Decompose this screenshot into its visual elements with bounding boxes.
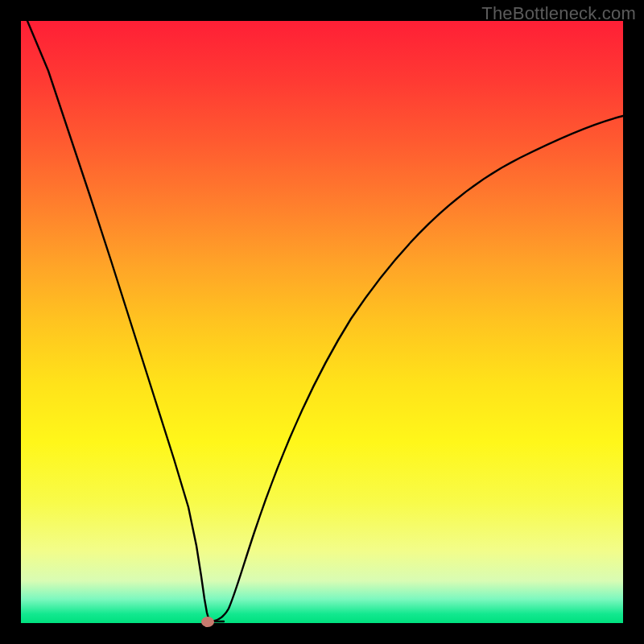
curve-left-branch <box>27 21 224 621</box>
watermark-text: TheBottleneck.com <box>481 3 636 24</box>
curve-right-branch <box>209 116 623 621</box>
optimal-point-marker <box>201 617 214 627</box>
bottleneck-curve <box>21 21 623 623</box>
chart-frame: TheBottleneck.com <box>0 0 644 644</box>
plot-area <box>21 21 623 623</box>
